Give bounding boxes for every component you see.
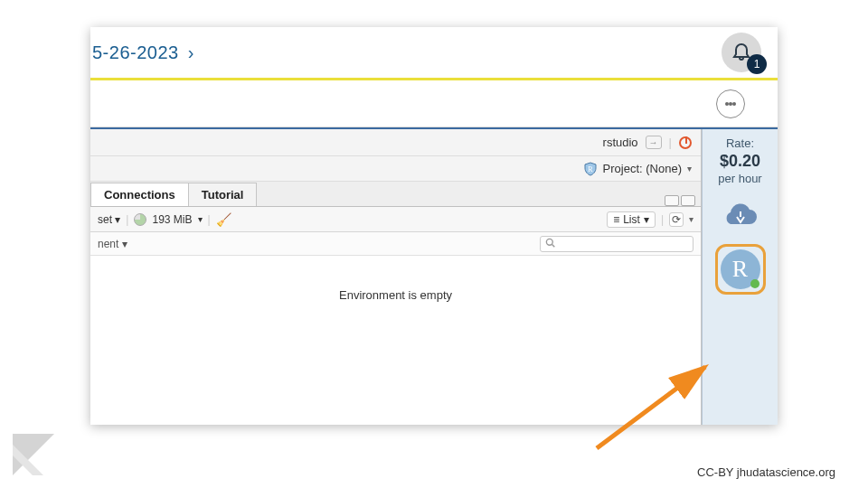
divider-vertical: | xyxy=(669,136,672,149)
notifications-button[interactable]: 1 xyxy=(722,33,761,72)
pane-tabs: Connections Tutorial xyxy=(90,182,701,207)
memory-usage-label: 193 MiB xyxy=(152,213,192,226)
import-dataset-dropdown[interactable]: set ▾ xyxy=(98,213,120,226)
divider-vertical: | xyxy=(126,213,128,226)
r-session-badge[interactable]: R xyxy=(715,244,766,295)
memory-gauge-icon xyxy=(134,213,146,226)
environment-empty-label: Environment is empty xyxy=(339,288,452,302)
project-selector-dropdown[interactable]: ▾ xyxy=(687,164,692,174)
minimize-pane-icon[interactable] xyxy=(665,195,679,206)
breadcrumb[interactable]: 5-26-2023 › xyxy=(90,42,194,63)
svg-text:R: R xyxy=(588,165,593,174)
environment-scope-dropdown[interactable]: nent ▾ xyxy=(98,238,127,250)
tab-connections[interactable]: Connections xyxy=(90,183,189,206)
divider-vertical: | xyxy=(208,213,211,226)
chevron-right-icon: › xyxy=(188,42,194,62)
refresh-icon[interactable]: ⟳ xyxy=(669,212,684,227)
rate-unit: per hour xyxy=(718,172,761,186)
svg-point-1 xyxy=(546,239,552,245)
more-options-button[interactable] xyxy=(716,89,745,118)
rate-label: Rate: xyxy=(718,136,761,151)
divider-vertical: | xyxy=(661,213,664,226)
clear-environment-icon[interactable]: 🧹 xyxy=(216,212,231,227)
attribution-text: CC-BY jhudatascience.org xyxy=(697,465,835,479)
view-mode-selector[interactable]: ≡ List ▾ xyxy=(607,211,656,228)
power-icon[interactable] xyxy=(679,136,692,149)
search-input[interactable] xyxy=(558,239,688,249)
corner-ribbon-icon xyxy=(13,434,54,475)
sign-out-icon[interactable] xyxy=(646,136,662,149)
rate-display: Rate: $0.20 per hour xyxy=(718,136,761,186)
refresh-dropdown[interactable]: ▾ xyxy=(689,214,693,224)
project-selector-label: Project: (None) xyxy=(603,162,682,175)
memory-dropdown[interactable]: ▾ xyxy=(198,214,203,224)
breadcrumb-text: 5-26-2023 xyxy=(92,42,179,62)
search-icon xyxy=(545,238,558,250)
notification-count-badge: 1 xyxy=(747,54,767,74)
cloud-power-icon[interactable] xyxy=(722,202,759,231)
current-user-label: rstudio xyxy=(603,136,638,149)
r-shield-icon: R xyxy=(583,162,598,176)
rate-amount: $0.20 xyxy=(718,151,761,172)
maximize-pane-icon[interactable] xyxy=(681,195,695,206)
status-online-dot xyxy=(750,279,760,288)
tab-tutorial[interactable]: Tutorial xyxy=(188,183,258,206)
environment-search[interactable] xyxy=(540,236,693,252)
